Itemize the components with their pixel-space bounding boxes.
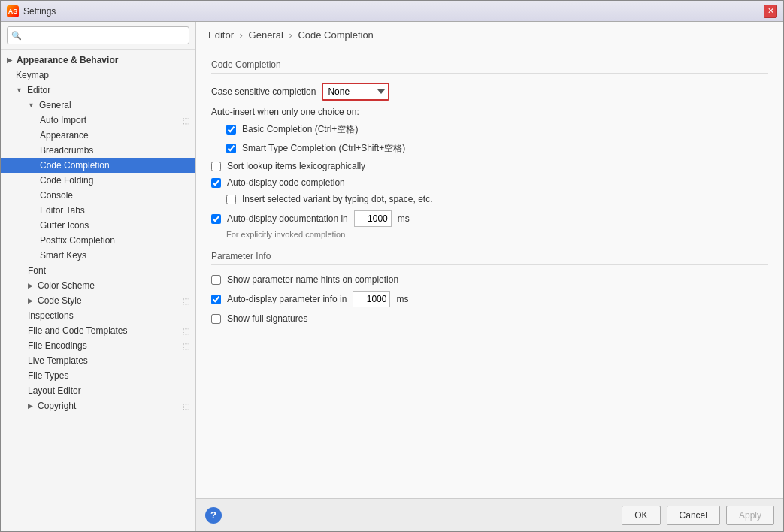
- content-area: 🔍 ▶ Appearance & Behavior Keymap ▼ Edito: [1, 22, 783, 531]
- sidebar-item-label: Code Folding: [40, 175, 93, 186]
- smart-completion-row: Smart Type Completion (Ctrl+Shift+空格): [211, 142, 768, 155]
- close-button[interactable]: ✕: [764, 5, 777, 18]
- app-icon: AS: [7, 5, 19, 17]
- sidebar-item-code-folding[interactable]: Code Folding: [1, 173, 195, 188]
- insert-selected-label: Insert selected variant by typing dot, s…: [242, 194, 432, 204]
- settings-icon: ⬚: [183, 297, 189, 305]
- show-param-hints-checkbox[interactable]: [211, 275, 221, 285]
- auto-display-param-unit: ms: [396, 294, 408, 304]
- settings-icon: ⬚: [183, 402, 189, 410]
- sidebar-item-file-encodings[interactable]: File Encodings ⬚: [1, 338, 195, 353]
- sidebar-item-code-completion[interactable]: Code Completion: [1, 158, 195, 173]
- sort-lookup-label: Sort lookup items lexicographically: [227, 161, 365, 171]
- auto-display-doc-row: Auto-display documentation in ms: [211, 210, 768, 227]
- breadcrumb-part2: General: [249, 29, 283, 41]
- auto-display-param-checkbox[interactable]: [211, 295, 221, 304]
- sidebar-item-label: Appearance & Behavior: [17, 55, 118, 65]
- sidebar-item-file-types[interactable]: File Types: [1, 368, 195, 383]
- sidebar-item-label: File Encodings: [28, 340, 87, 351]
- chevron-icon: ▼: [16, 86, 23, 94]
- sidebar-item-editor-tabs[interactable]: Editor Tabs: [1, 203, 195, 218]
- help-button[interactable]: ?: [205, 507, 222, 524]
- auto-display-param-row: Auto-display parameter info in ms: [211, 291, 768, 307]
- sidebar-item-postfix-completion[interactable]: Postfix Completion: [1, 233, 195, 248]
- cancel-button[interactable]: Cancel: [667, 506, 720, 525]
- sort-lookup-row: Sort lookup items lexicographically: [211, 161, 768, 171]
- sidebar-item-console[interactable]: Console: [1, 188, 195, 203]
- case-sensitive-row: Case sensitive completion None All First…: [211, 83, 768, 101]
- auto-insert-row: Auto-insert when only one choice on:: [211, 107, 768, 117]
- chevron-icon: ▶: [28, 297, 33, 304]
- search-input[interactable]: [7, 26, 189, 44]
- breadcrumb-part3: Code Completion: [298, 29, 373, 41]
- sidebar-item-gutter-icons[interactable]: Gutter Icons: [1, 218, 195, 233]
- show-full-sig-checkbox[interactable]: [211, 314, 221, 324]
- sidebar-item-general[interactable]: ▼ General: [1, 98, 195, 113]
- auto-display-param-label: Auto-display parameter info in: [227, 294, 347, 304]
- chevron-icon: ▼: [28, 101, 35, 109]
- auto-display-doc-checkbox[interactable]: [211, 214, 221, 224]
- settings-tree: ▶ Appearance & Behavior Keymap ▼ Editor …: [1, 50, 195, 531]
- sidebar-item-label: File and Code Templates: [28, 325, 128, 336]
- smart-completion-checkbox[interactable]: [226, 144, 236, 153]
- sidebar-item-auto-import[interactable]: Auto Import ⬚: [1, 113, 195, 128]
- sidebar-item-editor[interactable]: ▼ Editor: [1, 83, 195, 98]
- smart-completion-label: Smart Type Completion (Ctrl+Shift+空格): [242, 142, 405, 155]
- sidebar-item-label: Layout Editor: [28, 385, 81, 396]
- chevron-icon: ▶: [7, 56, 12, 64]
- auto-display-doc-unit: ms: [398, 213, 410, 224]
- show-full-sig-row: Show full signatures: [211, 313, 768, 324]
- sidebar-item-inspections[interactable]: Inspections: [1, 308, 195, 323]
- auto-display-doc-label: Auto-display documentation in: [227, 213, 348, 224]
- auto-display-doc-input[interactable]: [354, 210, 392, 227]
- settings-icon: ⬚: [183, 327, 189, 335]
- sidebar-item-color-scheme[interactable]: ▶ Color Scheme: [1, 278, 195, 293]
- sidebar-item-copyright[interactable]: ▶ Copyright ⬚: [1, 398, 195, 413]
- show-param-hints-row: Show parameter name hints on completion: [211, 274, 768, 285]
- search-wrap: 🔍: [7, 26, 189, 44]
- basic-completion-row: Basic Completion (Ctrl+空格): [211, 123, 768, 136]
- basic-completion-label: Basic Completion (Ctrl+空格): [242, 123, 358, 136]
- sidebar-item-keymap[interactable]: Keymap: [1, 68, 195, 83]
- sidebar-item-appearance-behavior[interactable]: ▶ Appearance & Behavior: [1, 53, 195, 68]
- settings-icon: ⬚: [183, 116, 189, 125]
- sidebar-item-code-style[interactable]: ▶ Code Style ⬚: [1, 293, 195, 308]
- sidebar-item-layout-editor[interactable]: Layout Editor: [1, 383, 195, 398]
- sidebar-item-label: Smart Keys: [40, 250, 86, 261]
- sidebar-item-font[interactable]: Font: [1, 263, 195, 278]
- sidebar-item-label: Editor Tabs: [40, 205, 85, 216]
- sidebar-item-label: Copyright: [38, 401, 76, 411]
- sidebar-item-label: File Types: [28, 370, 68, 381]
- search-bar: 🔍: [1, 22, 195, 50]
- sidebar-item-label: Live Templates: [28, 355, 88, 366]
- sidebar-item-live-templates[interactable]: Live Templates: [1, 353, 195, 368]
- sidebar-item-appearance[interactable]: Appearance: [1, 128, 195, 143]
- sidebar-item-label: Auto Import: [40, 115, 86, 125]
- auto-display-checkbox[interactable]: [211, 178, 221, 188]
- ok-button[interactable]: OK: [622, 506, 660, 525]
- case-sensitive-dropdown[interactable]: None All First letter: [322, 83, 389, 101]
- sidebar-item-file-code-templates[interactable]: File and Code Templates ⬚: [1, 323, 195, 338]
- sidebar-item-label: Postfix Completion: [40, 235, 115, 246]
- sidebar-item-smart-keys[interactable]: Smart Keys: [1, 248, 195, 263]
- auto-insert-label: Auto-insert when only one choice on:: [211, 107, 359, 117]
- apply-button[interactable]: Apply: [726, 506, 774, 525]
- sidebar-item-label: Inspections: [28, 310, 74, 321]
- insert-selected-checkbox[interactable]: [226, 195, 236, 204]
- section-title-parameter-info: Parameter Info: [211, 251, 768, 265]
- basic-completion-checkbox[interactable]: [226, 125, 236, 135]
- breadcrumb-sep2: ›: [289, 29, 292, 41]
- sidebar-item-breadcrumbs[interactable]: Breadcrumbs: [1, 143, 195, 158]
- breadcrumb-sep1: ›: [240, 29, 243, 41]
- auto-display-row: Auto-display code completion: [211, 177, 768, 188]
- auto-display-param-input[interactable]: [353, 291, 390, 307]
- action-buttons: OK Cancel Apply: [622, 506, 774, 525]
- chevron-icon: ▶: [28, 282, 33, 289]
- sidebar-item-label: Color Scheme: [38, 280, 95, 291]
- settings-window: AS Settings ✕ 🔍 ▶ Appearance & Behavior: [0, 0, 784, 532]
- sidebar-item-label: Gutter Icons: [40, 220, 89, 231]
- title-bar-left: AS Settings: [7, 5, 56, 17]
- sort-lookup-checkbox[interactable]: [211, 162, 221, 171]
- sidebar-item-label: Code Completion: [40, 160, 110, 171]
- sidebar-item-label: Appearance: [40, 130, 89, 141]
